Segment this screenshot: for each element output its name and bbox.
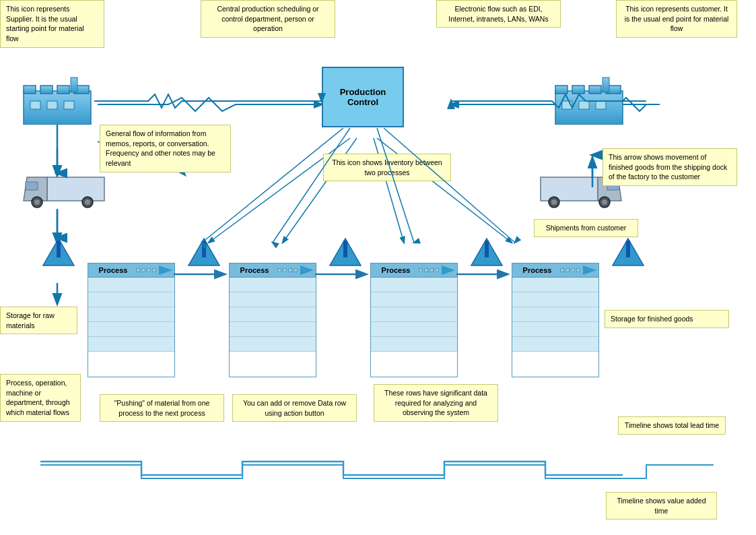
svg-point-30 [34, 199, 40, 205]
svg-rect-14 [30, 101, 40, 109]
inventory-triangle-2 [187, 237, 221, 269]
svg-rect-23 [562, 101, 572, 109]
svg-rect-19 [572, 86, 584, 94]
process-box-3: Process [370, 263, 458, 377]
process-box-4: Process [512, 263, 599, 377]
production-control-label: Production Control [340, 87, 386, 107]
svg-rect-22 [603, 77, 609, 92]
supplier-factory [20, 71, 94, 125]
svg-point-39 [602, 199, 607, 205]
svg-rect-18 [555, 86, 568, 94]
inventory-triangle-1 [42, 237, 75, 269]
inventory-triangle-3 [329, 237, 362, 269]
process-3-label: Process [373, 266, 419, 274]
svg-rect-45 [343, 241, 347, 257]
tooltip-data-rows: You can add or remove Data row using act… [232, 394, 357, 422]
svg-line-63 [384, 128, 515, 243]
svg-rect-33 [541, 177, 598, 201]
svg-rect-41 [57, 241, 61, 257]
tooltip-process: Process, operation, machine or departmen… [0, 374, 81, 422]
svg-line-61 [273, 128, 350, 243]
svg-marker-53 [583, 265, 596, 275]
tooltip-production-control: Central production scheduling or control… [201, 0, 335, 38]
tooltip-pushing: "Pushing" of material from one process t… [100, 394, 224, 422]
svg-rect-49 [626, 241, 630, 257]
inventory-triangle-5 [611, 237, 645, 269]
process-box-1: Process [88, 263, 175, 377]
supplier-truck [20, 174, 108, 212]
tooltip-significant-data: These rows have significant data require… [374, 384, 498, 422]
svg-line-62 [377, 128, 414, 243]
svg-marker-52 [442, 265, 455, 275]
process-box-2: Process [229, 263, 316, 377]
inventory-triangle-4 [470, 237, 504, 269]
svg-rect-11 [57, 86, 69, 94]
svg-rect-43 [202, 241, 206, 257]
process-2-label: Process [232, 266, 277, 274]
svg-rect-28 [26, 182, 38, 190]
customer-factory [552, 71, 626, 125]
svg-rect-25 [596, 101, 606, 109]
svg-rect-13 [71, 77, 77, 92]
tooltip-electronic-flow: Electronic flow such as EDI, Internet, i… [436, 0, 561, 28]
svg-rect-10 [40, 86, 53, 94]
svg-rect-24 [579, 101, 589, 109]
tooltip-movement: This arrow shows movement of finished go… [603, 148, 737, 186]
svg-marker-50 [159, 265, 172, 275]
tooltip-info-flow: General flow of information from memos, … [100, 125, 231, 172]
svg-marker-51 [300, 265, 314, 275]
tooltip-storage-raw: Storage for raw materials [0, 307, 77, 334]
tooltip-inventory: This icon shows Inventory between two pr… [323, 154, 451, 181]
tooltip-supplier: This icon represents Supplier. It is the… [0, 0, 104, 48]
svg-point-37 [551, 199, 557, 205]
svg-rect-20 [589, 86, 601, 94]
tooltip-timeline-lead: Timeline shows total lead time [618, 416, 726, 435]
svg-rect-9 [24, 86, 36, 94]
production-control-box: Production Control [322, 67, 404, 127]
tooltip-storage-finished: Storage for finished goods [605, 310, 729, 328]
svg-rect-26 [47, 177, 104, 201]
svg-rect-47 [485, 241, 489, 257]
process-4-label: Process [514, 266, 560, 274]
svg-rect-16 [64, 101, 74, 109]
tooltip-customer: This icon represents customer. It is the… [616, 0, 737, 38]
tooltip-shipments: Shipments from customer [534, 219, 638, 237]
svg-point-32 [85, 199, 90, 205]
svg-rect-15 [47, 101, 57, 109]
process-1-label: Process [90, 266, 136, 274]
